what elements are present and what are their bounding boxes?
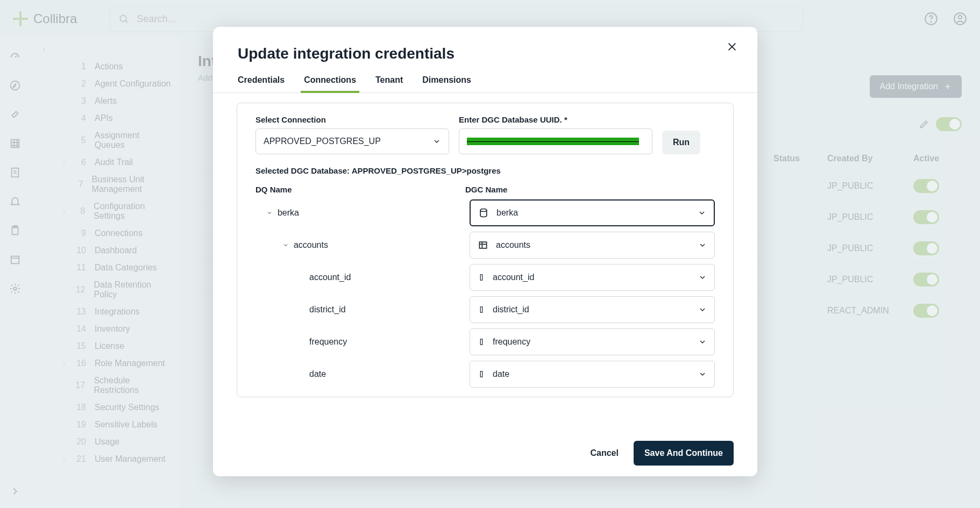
mapping-rows: berkaberka accountsaccountsaccount_idacc… [255,199,715,388]
svg-rect-29 [480,275,482,281]
dgc-name-value: account_id [493,273,534,282]
dgc-name-value: accounts [496,240,530,250]
mapping-row: frequencyfrequency [255,328,715,355]
dgc-name-select[interactable]: frequency [470,328,715,355]
dq-name-text: district_id [309,305,346,314]
dq-name-text: account_id [309,273,351,282]
dq-name-cell: frequency [255,337,464,347]
uuid-redacted-value [467,138,639,145]
dq-name-text: accounts [294,240,328,250]
select-connection-value: APPROVED_POSTGRES_UP [264,137,381,146]
svg-rect-31 [480,339,482,345]
dgc-name-value: district_id [493,305,529,314]
chevron-down-icon [698,241,707,249]
dq-name-text: frequency [309,337,347,347]
svg-rect-30 [480,307,482,313]
selected-db-prefix: Selected DGC Database: [255,166,352,175]
dgc-name-select[interactable]: district_id [470,296,715,323]
connections-panel: Select Connection APPROVED_POSTGRES_UP E… [237,103,734,397]
modal-footer: Cancel Save And Continue [213,430,757,476]
panel-scroll[interactable]: Select Connection APPROVED_POSTGRES_UP E… [237,115,733,391]
dq-name-cell: district_id [255,305,464,314]
selected-db-line: Selected DGC Database: APPROVED_POSTGRES… [255,166,715,175]
dq-name-header: DQ Name [255,185,465,194]
tab-tenant[interactable]: Tenant [375,75,403,92]
run-button[interactable]: Run [662,131,700,154]
modal-header: Update integration credentials [213,27,757,62]
dgc-name-select[interactable]: date [470,361,715,388]
svg-rect-26 [479,242,486,248]
column-icon [478,369,485,380]
dgc-name-value: berka [496,208,518,218]
caret-down-icon [282,242,289,248]
save-continue-button[interactable]: Save And Continue [634,441,734,466]
table-icon [478,240,488,251]
svg-point-25 [480,209,487,212]
svg-rect-32 [480,371,482,377]
dq-name-cell: account_id [255,273,464,282]
mapping-header: DQ Name DGC Name [255,185,715,194]
tab-connections[interactable]: Connections [304,75,356,92]
column-icon [478,272,485,283]
chevron-down-icon [432,137,441,146]
dq-name-cell: date [255,369,464,379]
column-icon [478,304,485,315]
chevron-down-icon [698,305,707,314]
dq-name-text: date [309,369,326,379]
uuid-input[interactable] [459,128,652,154]
dq-name-cell: accounts [255,240,464,250]
uuid-label: Enter DGC Database UUID. * [459,115,652,124]
select-connection-label: Select Connection [255,115,449,124]
modal-body: Select Connection APPROVED_POSTGRES_UP E… [213,93,757,430]
database-icon [478,208,489,218]
tab-dimensions[interactable]: Dimensions [422,75,471,92]
update-credentials-modal: Update integration credentials Credentia… [213,27,757,476]
dgc-name-select[interactable]: berka [470,199,715,226]
select-connection-dropdown[interactable]: APPROVED_POSTGRES_UP [255,128,449,154]
close-icon [726,41,738,53]
chevron-down-icon [698,209,706,217]
chevron-down-icon [698,273,707,282]
tab-credentials[interactable]: Credentials [238,75,285,92]
mapping-row: berkaberka [255,199,715,226]
chevron-down-icon [698,370,707,378]
chevron-down-icon [698,338,707,346]
dgc-name-select[interactable]: account_id [470,264,715,291]
column-icon [478,337,485,347]
cancel-button[interactable]: Cancel [590,448,618,458]
mapping-row: accountsaccounts [255,232,715,259]
modal-close-button[interactable] [726,41,738,55]
dgc-name-value: frequency [493,337,530,347]
mapping-row: datedate [255,361,715,388]
modal-tabs: CredentialsConnectionsTenantDimensions [213,62,757,93]
dgc-name-select[interactable]: accounts [470,232,715,259]
dq-name-cell: berka [255,208,464,218]
selected-db-value: APPROVED_POSTGRES_UP>postgres [352,166,501,175]
dq-name-text: berka [278,208,299,218]
mapping-row: district_iddistrict_id [255,296,715,323]
mapping-row: account_idaccount_id [255,264,715,291]
modal-title: Update integration credentials [238,45,733,62]
dgc-name-header: DGC Name [465,185,507,194]
caret-down-icon [266,210,273,216]
dgc-name-value: date [493,369,509,379]
